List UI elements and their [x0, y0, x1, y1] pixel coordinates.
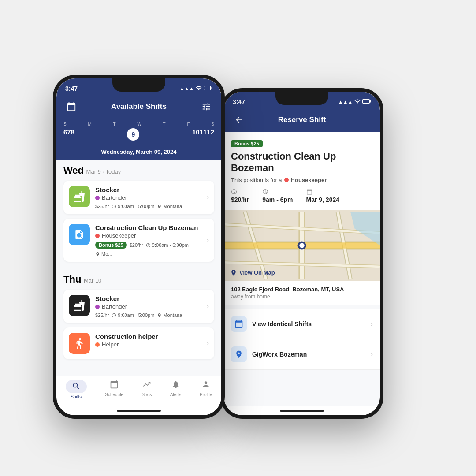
stocker-wed-title: Stocker — [95, 186, 207, 193]
stocker-thu-icon — [69, 295, 90, 316]
header-title: Available Shifts — [78, 102, 200, 111]
bonus-badge: Bonus $25 — [95, 242, 127, 249]
svg-point-22 — [299, 243, 304, 248]
svg-rect-5 — [363, 100, 369, 103]
nav-shifts[interactable]: Shifts — [66, 380, 87, 399]
nav-alerts[interactable]: Alerts — [170, 380, 182, 399]
role-prefix: This position is for a — [231, 177, 282, 183]
address-section: 102 Eagle Fjord Road, Bozeman, MT, USA a… — [224, 281, 380, 305]
stocker-thu-info: Stocker Bartender $25/hr 9:00am - 5:00pm — [95, 295, 207, 318]
home-bar — [117, 410, 161, 412]
nav-alerts-label: Alerts — [170, 392, 182, 397]
date-9-active[interactable]: 9 — [127, 128, 139, 141]
signal-icon: ▲▲▲ — [179, 86, 194, 91]
role-dot-orange — [95, 342, 100, 347]
rate-construction-wed: $20/hr — [130, 242, 143, 248]
construction-wed-title: Construction Clean Up Bozeman — [95, 224, 207, 231]
gigworx-bozeman-row[interactable]: GigWorx Bozeman › — [224, 339, 380, 370]
day-t1: T — [113, 122, 116, 126]
address-main: 102 Eagle Fjord Road, Bozeman, MT, USA — [231, 286, 373, 293]
wifi-icon — [196, 85, 202, 92]
stocker-wed-meta: $25/hr 9:00am - 5:00pm Montana — [95, 204, 207, 209]
status-icons: ▲▲▲ — [179, 85, 212, 92]
nav-shifts-bg — [66, 380, 87, 393]
stocker-wed-role: Bartender — [95, 194, 207, 201]
nav-schedule-icon — [110, 380, 119, 391]
home-indicator-front — [56, 406, 221, 415]
loc-stocker-wed: Montana — [157, 204, 182, 209]
rate-stocker-thu: $25/hr — [95, 312, 109, 318]
date-10[interactable]: 10 — [192, 128, 200, 141]
time-stocker-thu: 9:00am - 5:00pm — [112, 312, 154, 318]
day-s1: S — [63, 122, 67, 126]
bottom-nav: Shifts Schedule Stats — [56, 376, 221, 406]
back-icon[interactable] — [233, 114, 245, 126]
construction-helper-chevron: › — [207, 339, 209, 347]
map-container[interactable]: View On Map — [224, 210, 380, 281]
meta-time: 9am - 6pm — [262, 189, 293, 203]
calendar-header-icon[interactable] — [65, 100, 78, 113]
wifi-icon-back — [354, 98, 361, 105]
shift-construction-helper-thu[interactable]: Construction helper Helper › — [63, 327, 214, 359]
construction-wed-role: Housekeeper — [95, 232, 207, 239]
reserve-header: Reserve Shift — [224, 109, 380, 132]
construction-wed-icon — [69, 224, 90, 245]
action-rows: View Identical Shifts › GigWorx Bozeman … — [224, 309, 380, 370]
loc-stocker-thu: Montana — [157, 312, 182, 318]
notch — [112, 78, 165, 92]
stocker-thu-role: Bartender — [95, 303, 207, 310]
bonus-tag: Bonus $25 — [231, 140, 263, 147]
nav-stats-icon — [142, 380, 151, 391]
nav-schedule[interactable]: Schedule — [105, 380, 123, 399]
svg-rect-4 — [370, 100, 371, 103]
date-11[interactable]: 11 — [200, 128, 207, 141]
date-6[interactable]: 6 — [63, 128, 67, 141]
time-stocker-wed: 9:00am - 5:00pm — [112, 204, 154, 209]
time-value: 9am - 6pm — [262, 196, 293, 203]
thu-header: Thu Mar 10 — [63, 274, 214, 285]
wed-header: Wed Mar 9 · Today — [63, 165, 214, 176]
shift-stocker-thu[interactable]: Stocker Bartender $25/hr 9:00am - 5:00pm — [63, 290, 214, 323]
nav-shifts-label: Shifts — [71, 394, 82, 399]
construction-wed-meta: Bonus $25 $20/hr 9:00am - 6:00pm Mo... — [95, 242, 207, 257]
view-on-map-label: View On Map — [239, 269, 275, 276]
home-bar-back — [280, 410, 324, 412]
app-header: Available Shifts — [56, 96, 221, 119]
address-sub: away from home — [231, 294, 373, 300]
date-8[interactable]: 8 — [71, 128, 74, 141]
construction-helper-title: Construction helper — [95, 333, 207, 340]
stocker-thu-meta: $25/hr 9:00am - 5:00pm Montana — [95, 312, 207, 318]
filter-icon[interactable] — [200, 100, 212, 113]
thu-date: Mar 10 — [84, 277, 101, 284]
day-m: M — [88, 122, 91, 126]
svg-rect-2 — [204, 86, 210, 90]
status-time: 3:47 — [65, 85, 78, 92]
construction-helper-role: Helper — [95, 341, 207, 348]
week-days: S M T W T F S — [63, 122, 214, 126]
shifts-scroll-content: Wed Mar 9 · Today Stocker Bartender — [56, 160, 221, 376]
rate-value: $20/hr — [231, 196, 249, 203]
date-value: Mar 9, 2024 — [306, 196, 340, 203]
construction-wed-info: Construction Clean Up Bozeman Housekeepe… — [95, 224, 207, 257]
view-on-map-btn[interactable]: View On Map — [230, 269, 275, 276]
time-construction-wed: 9:00am - 6:00pm — [146, 242, 189, 248]
nav-stats[interactable]: Stats — [141, 380, 152, 399]
day-t2: T — [163, 122, 166, 126]
stocker-thu-chevron: › — [207, 302, 209, 310]
nav-schedule-label: Schedule — [105, 392, 123, 397]
reserve-header-title: Reserve Shift — [245, 115, 359, 124]
battery-icon — [204, 86, 212, 92]
gigworx-label: GigWorx Bozeman — [252, 351, 307, 358]
shift-stocker-wed[interactable]: Stocker Bartender $25/hr 9:00am - 5:00pm — [63, 181, 214, 214]
job-role: Housekeeper — [291, 177, 327, 183]
date-7[interactable]: 7 — [67, 128, 71, 141]
construction-helper-info: Construction helper Helper — [95, 333, 207, 350]
identical-shifts-chevron: › — [371, 320, 373, 328]
role-dot-purple — [95, 305, 100, 309]
nav-profile[interactable]: Profile — [200, 380, 212, 399]
view-identical-shifts-row[interactable]: View Identical Shifts › — [224, 309, 380, 339]
date-12[interactable]: 12 — [207, 128, 214, 141]
notch-back — [275, 92, 328, 105]
view-identical-shifts-label: View Identical Shifts — [252, 320, 312, 327]
shift-construction-wed[interactable]: Construction Clean Up Bozeman Housekeepe… — [63, 219, 214, 262]
